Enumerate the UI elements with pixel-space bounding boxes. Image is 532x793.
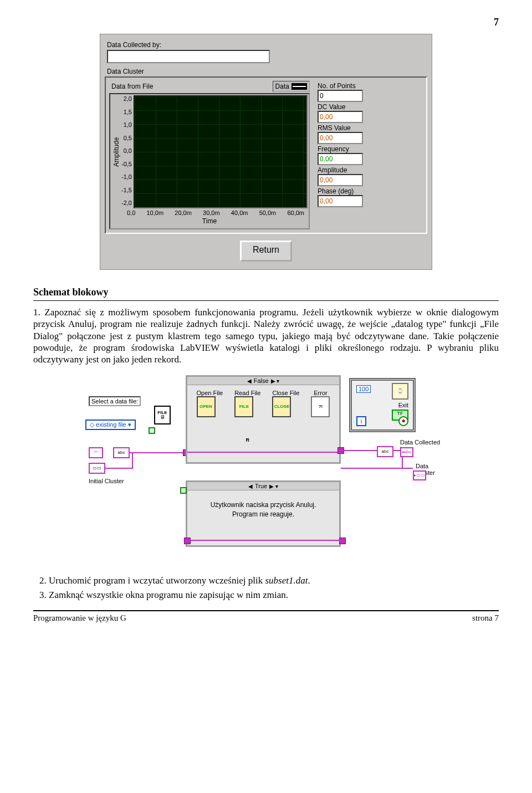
open-file-label: Open File <box>197 390 223 396</box>
open-file-icon: OPEN <box>197 396 216 417</box>
indicator-value[interactable]: 0,00 <box>318 153 363 165</box>
indicator-value[interactable]: 0,00 <box>318 111 363 123</box>
data-collected-label: Data Collected by: <box>107 41 427 49</box>
string-indicator-icon: ▸abc <box>400 447 413 457</box>
graph-title: Data from File <box>109 81 273 91</box>
indicator-label: Frequency <box>318 145 363 153</box>
initial-cluster-label: Initial Cluster <box>89 478 124 484</box>
data-cluster-box: Data from File Data Amplitude 2,01,51,00… <box>105 76 427 234</box>
case-true-header[interactable]: ◀ True ▶ ▾ <box>187 482 339 490</box>
indicator-value[interactable]: 0,00 <box>318 132 363 144</box>
footer-right: strona 7 <box>472 613 499 623</box>
question-node-icon <box>149 427 155 434</box>
case-false-label: False <box>254 377 269 384</box>
data-cluster-label: Data Cluster <box>107 68 427 75</box>
indicator-label: RMS Value <box>318 124 363 132</box>
while-loop-frame: 100 ⌚ Exit TF i ● <box>349 378 416 432</box>
file-dialog-icon: FILE⌸ <box>154 406 171 424</box>
case-true-frame: ◀ True ▶ ▾ Użytkownik naciska przycisk A… <box>186 480 341 547</box>
section-heading: Schemat blokowy <box>33 286 499 298</box>
error-handler-icon: ?! <box>311 396 330 417</box>
case-true-prev-icon[interactable]: ◀ <box>248 483 253 489</box>
case-false-frame: ◀ False ▶ ▾ Open File OPEN Read File FIL… <box>186 375 341 464</box>
indicator-label: DC Value <box>318 103 363 111</box>
paragraph-1: 1. Zapoznać się z możliwym sposobem funk… <box>33 306 499 365</box>
case-true-label: True <box>255 483 267 489</box>
string-constant-icon: "" <box>89 447 103 458</box>
legend-swatch-icon <box>291 83 307 90</box>
bundle-node-icon: abc <box>113 447 130 458</box>
close-file-label: Close File <box>272 390 299 396</box>
y-ticks: 2,01,51,00,50,0-0,5-1,0-1,5-2,0 <box>121 95 134 206</box>
error-label: Error <box>311 390 330 396</box>
block-diagram: Select a data file: ◇ existing file ▾ FI… <box>89 375 443 558</box>
plot-legend[interactable]: Data <box>273 81 310 92</box>
indicator-value[interactable]: 0,00 <box>318 195 363 207</box>
wait-ms-icon: ⌚ <box>392 383 408 400</box>
case-true-next-icon[interactable]: ▶ ▾ <box>269 483 278 489</box>
loop-stop-icon: ● <box>398 416 408 426</box>
data-collected-input[interactable] <box>107 50 270 63</box>
plot-area[interactable] <box>134 95 308 208</box>
unbundle-node-icon: abc <box>377 446 393 457</box>
indicator-label: Phase (deg) <box>318 187 363 195</box>
heading-rule <box>33 300 499 301</box>
initial-cluster-icon: ▭▭ <box>89 463 105 474</box>
graph-frame: Amplitude 2,01,51,00,50,0-0,5-1,0-1,5-2,… <box>109 93 310 229</box>
list-item-2: Uruchomić program i wczytać utworzony wc… <box>49 575 499 586</box>
loop-iteration-icon: i <box>356 416 366 426</box>
page-number-top: 7 <box>33 17 499 28</box>
side-indicators: No. of Points0DC Value0,00RMS Value0,00F… <box>318 81 363 229</box>
wait-ms-constant: 100 <box>356 385 371 393</box>
exit-label: Exit <box>398 402 408 408</box>
case-true-selector-icon <box>180 487 187 494</box>
cluster-indicator-icon: ▸▭▭ <box>413 470 426 480</box>
indicator-label: Amplitude <box>318 166 363 174</box>
page-footer: Programowanie w języku G strona 7 <box>33 610 499 623</box>
legend-label: Data <box>275 83 289 90</box>
x-ticks: 0,010,0m20,0m30,0m40,0m50,0m60,0m <box>127 209 304 216</box>
case-true-comment: Użytkownik naciska przycisk Anuluj. Prog… <box>187 490 339 529</box>
select-file-label: Select a data file: <box>89 396 141 406</box>
existing-file-constant: ◇ existing file ▾ <box>85 419 136 430</box>
x-axis-label: Time <box>111 217 308 225</box>
labview-front-panel: Data Collected by: Data Cluster Data fro… <box>100 34 432 270</box>
case-false-header[interactable]: ◀ False ▶ ▾ <box>187 377 339 385</box>
case-next-icon[interactable]: ▶ ▾ <box>271 378 280 384</box>
y-axis-label: Amplitude <box>111 95 121 208</box>
read-file-icon: FILE <box>234 396 253 417</box>
read-file-label: Read File <box>234 390 260 396</box>
numbered-list: Uruchomić program i wczytać utworzony wc… <box>33 575 499 601</box>
indicator-value[interactable]: 0 <box>318 90 363 102</box>
close-file-icon: CLOSE <box>272 396 291 417</box>
indicator-label: No. of Points <box>318 82 363 90</box>
list-item-3: Zamknąć wszystkie okna programu nie zapi… <box>49 589 499 601</box>
return-button[interactable]: Return <box>240 241 292 262</box>
indicator-value[interactable]: 0,00 <box>318 174 363 186</box>
footer-left: Programowanie w języku G <box>33 613 126 623</box>
case-prev-icon[interactable]: ◀ <box>247 378 252 384</box>
